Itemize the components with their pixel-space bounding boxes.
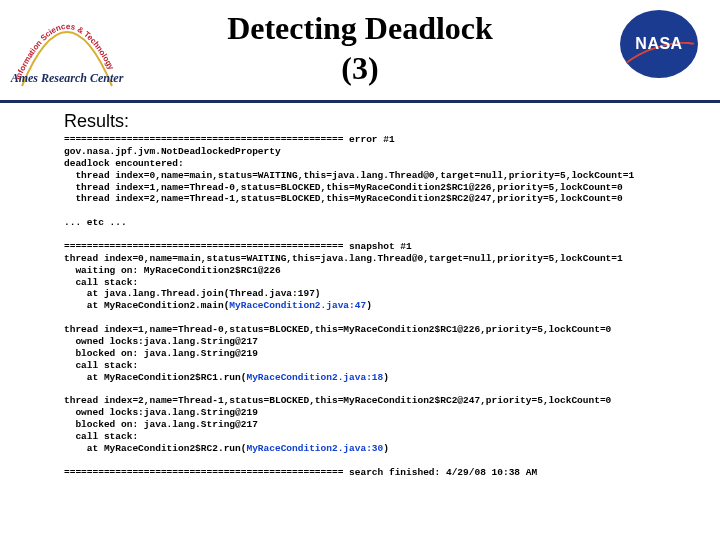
snap-thread-1-stack-1-post: ) bbox=[383, 372, 389, 383]
snap-thread-2-owned: owned locks:java.lang.String@219 bbox=[64, 407, 258, 418]
snap-thread-1-blocked: blocked on: java.lang.String@219 bbox=[64, 348, 258, 359]
snap-thread-0-callstack-label: call stack: bbox=[64, 277, 138, 288]
error-thread-0: thread index=0,name=main,status=WAITING,… bbox=[64, 170, 634, 181]
results-heading: Results: bbox=[64, 111, 720, 132]
etc-ellipsis: ... etc ... bbox=[64, 217, 127, 228]
nasa-logo-text: NASA bbox=[635, 35, 682, 53]
snap-thread-0-stack-2-post: ) bbox=[366, 300, 372, 311]
snap-thread-1-owned: owned locks:java.lang.String@217 bbox=[64, 336, 258, 347]
snap-thread-2-stack-1-pre: at MyRaceCondition2$RC2.run( bbox=[64, 443, 246, 454]
slide-header: Ames Research Center Information Science… bbox=[0, 0, 720, 103]
snap-thread-2-stack-1-post: ) bbox=[383, 443, 389, 454]
source-link[interactable]: MyRaceCondition2.java:18 bbox=[246, 372, 383, 383]
snap-thread-1-head: thread index=1,name=Thread-0,status=BLOC… bbox=[64, 324, 611, 335]
error-class: gov.nasa.jpf.jvm.NotDeadlockedProperty bbox=[64, 146, 281, 157]
source-link[interactable]: MyRaceCondition2.java:30 bbox=[246, 443, 383, 454]
deadlock-encountered: deadlock encountered: bbox=[64, 158, 184, 169]
title-line-1: Detecting Deadlock bbox=[227, 10, 493, 46]
snap-thread-0-stack-2-pre: at MyRaceCondition2.main( bbox=[64, 300, 229, 311]
snap-thread-0-head: thread index=0,name=main,status=WAITING,… bbox=[64, 253, 623, 264]
snap-thread-2-blocked: blocked on: java.lang.String@217 bbox=[64, 419, 258, 430]
snap-thread-0-waiting: waiting on: MyRaceCondition2$RC1@226 bbox=[64, 265, 281, 276]
ames-research-center-logo: Ames Research Center Information Science… bbox=[2, 8, 132, 100]
snap-thread-0-stack-1: at java.lang.Thread.join(Thread.java:197… bbox=[64, 288, 321, 299]
snap-thread-1-stack-1-pre: at MyRaceCondition2$RC1.run( bbox=[64, 372, 246, 383]
snapshot-separator: ========================================… bbox=[64, 241, 412, 252]
snap-thread-2-callstack-label: call stack: bbox=[64, 431, 138, 442]
error-thread-1: thread index=1,name=Thread-0,status=BLOC… bbox=[64, 182, 623, 193]
snap-thread-2-head: thread index=2,name=Thread-1,status=BLOC… bbox=[64, 395, 611, 406]
nasa-logo: NASA bbox=[620, 10, 698, 78]
snap-thread-1-callstack-label: call stack: bbox=[64, 360, 138, 371]
ames-text: Ames Research Center bbox=[10, 71, 124, 85]
error-separator: ========================================… bbox=[64, 134, 395, 145]
error-thread-2: thread index=2,name=Thread-1,status=BLOC… bbox=[64, 193, 623, 204]
search-finished: ========================================… bbox=[64, 467, 537, 478]
console-output: ========================================… bbox=[64, 134, 710, 478]
title-line-2: (3) bbox=[341, 50, 378, 86]
source-link[interactable]: MyRaceCondition2.java:47 bbox=[229, 300, 366, 311]
